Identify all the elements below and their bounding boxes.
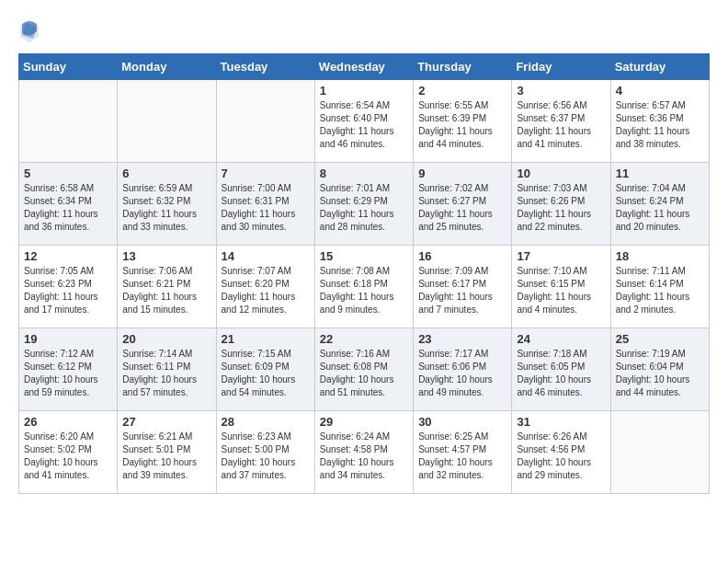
calendar-cell: 23Sunrise: 7:17 AM Sunset: 6:06 PM Dayli… [414, 328, 512, 411]
calendar-cell [610, 411, 709, 494]
calendar-cell [19, 80, 118, 163]
calendar-cell: 18Sunrise: 7:11 AM Sunset: 6:14 PM Dayli… [610, 246, 709, 328]
calendar-week-row: 5Sunrise: 6:58 AM Sunset: 6:34 PM Daylig… [19, 163, 710, 246]
day-number: 14 [222, 249, 310, 263]
logo [18, 18, 44, 44]
calendar-cell: 13Sunrise: 7:06 AM Sunset: 6:21 PM Dayli… [118, 246, 216, 328]
calendar-cell: 19Sunrise: 7:12 AM Sunset: 6:12 PM Dayli… [19, 328, 118, 411]
day-number: 27 [122, 415, 210, 429]
day-number: 11 [616, 167, 704, 180]
day-info: Sunrise: 7:06 AM Sunset: 6:21 PM Dayligh… [122, 265, 210, 316]
calendar-cell: 28Sunrise: 6:23 AM Sunset: 5:00 PM Dayli… [216, 411, 314, 494]
calendar-cell: 5Sunrise: 6:58 AM Sunset: 6:34 PM Daylig… [19, 163, 118, 246]
page-header [18, 18, 710, 44]
day-number: 5 [24, 167, 112, 180]
day-info: Sunrise: 7:19 AM Sunset: 6:04 PM Dayligh… [616, 348, 704, 399]
day-number: 10 [517, 167, 605, 180]
day-number: 7 [222, 167, 310, 180]
day-number: 15 [320, 249, 408, 263]
day-number: 29 [320, 415, 408, 429]
calendar-cell [118, 80, 216, 163]
day-number: 28 [222, 415, 310, 429]
day-info: Sunrise: 7:02 AM Sunset: 6:27 PM Dayligh… [418, 182, 506, 234]
day-info: Sunrise: 6:20 AM Sunset: 5:02 PM Dayligh… [24, 431, 112, 482]
day-number: 26 [24, 415, 112, 429]
calendar-cell: 29Sunrise: 6:24 AM Sunset: 4:58 PM Dayli… [314, 411, 413, 494]
calendar-table: SundayMondayTuesdayWednesdayThursdayFrid… [18, 53, 710, 494]
column-header-saturday: Saturday [610, 54, 709, 80]
day-info: Sunrise: 7:17 AM Sunset: 6:06 PM Dayligh… [418, 348, 506, 399]
day-number: 30 [418, 415, 506, 429]
day-info: Sunrise: 7:12 AM Sunset: 6:12 PM Dayligh… [24, 348, 112, 399]
calendar-cell: 22Sunrise: 7:16 AM Sunset: 6:08 PM Dayli… [314, 328, 413, 411]
calendar-cell: 7Sunrise: 7:00 AM Sunset: 6:31 PM Daylig… [216, 163, 314, 246]
calendar-cell: 31Sunrise: 6:26 AM Sunset: 4:56 PM Dayli… [512, 411, 610, 494]
calendar-header-row: SundayMondayTuesdayWednesdayThursdayFrid… [19, 54, 710, 80]
calendar-cell: 24Sunrise: 7:18 AM Sunset: 6:05 PM Dayli… [512, 328, 610, 411]
calendar-cell: 17Sunrise: 7:10 AM Sunset: 6:15 PM Dayli… [512, 246, 610, 328]
day-info: Sunrise: 6:58 AM Sunset: 6:34 PM Dayligh… [24, 182, 112, 234]
calendar-cell: 9Sunrise: 7:02 AM Sunset: 6:27 PM Daylig… [414, 163, 512, 246]
day-number: 3 [517, 84, 605, 98]
calendar-cell: 20Sunrise: 7:14 AM Sunset: 6:11 PM Dayli… [118, 328, 216, 411]
calendar-cell: 8Sunrise: 7:01 AM Sunset: 6:29 PM Daylig… [314, 163, 413, 246]
day-number: 8 [320, 167, 408, 180]
day-info: Sunrise: 6:54 AM Sunset: 6:40 PM Dayligh… [320, 99, 408, 151]
day-number: 23 [418, 332, 506, 346]
day-number: 6 [122, 167, 210, 180]
day-number: 18 [616, 249, 704, 263]
day-info: Sunrise: 7:03 AM Sunset: 6:26 PM Dayligh… [517, 182, 605, 234]
day-info: Sunrise: 7:11 AM Sunset: 6:14 PM Dayligh… [616, 265, 704, 316]
calendar-week-row: 12Sunrise: 7:05 AM Sunset: 6:23 PM Dayli… [19, 246, 710, 328]
day-number: 22 [320, 332, 408, 346]
column-header-wednesday: Wednesday [314, 54, 413, 80]
calendar-cell: 1Sunrise: 6:54 AM Sunset: 6:40 PM Daylig… [314, 80, 413, 163]
calendar-cell: 16Sunrise: 7:09 AM Sunset: 6:17 PM Dayli… [414, 246, 512, 328]
day-info: Sunrise: 6:26 AM Sunset: 4:56 PM Dayligh… [517, 431, 605, 482]
column-header-friday: Friday [512, 54, 610, 80]
day-info: Sunrise: 6:24 AM Sunset: 4:58 PM Dayligh… [320, 431, 408, 482]
day-info: Sunrise: 6:25 AM Sunset: 4:57 PM Dayligh… [418, 431, 506, 482]
day-info: Sunrise: 7:10 AM Sunset: 6:15 PM Dayligh… [517, 265, 605, 316]
calendar-cell: 2Sunrise: 6:55 AM Sunset: 6:39 PM Daylig… [414, 80, 512, 163]
calendar-cell: 25Sunrise: 7:19 AM Sunset: 6:04 PM Dayli… [610, 328, 709, 411]
day-number: 24 [517, 332, 605, 346]
day-number: 21 [222, 332, 310, 346]
calendar-cell: 3Sunrise: 6:56 AM Sunset: 6:37 PM Daylig… [512, 80, 610, 163]
calendar-week-row: 19Sunrise: 7:12 AM Sunset: 6:12 PM Dayli… [19, 328, 710, 411]
calendar-cell: 26Sunrise: 6:20 AM Sunset: 5:02 PM Dayli… [19, 411, 118, 494]
day-info: Sunrise: 7:00 AM Sunset: 6:31 PM Dayligh… [222, 182, 310, 234]
calendar-cell: 30Sunrise: 6:25 AM Sunset: 4:57 PM Dayli… [414, 411, 512, 494]
day-number: 17 [517, 249, 605, 263]
day-info: Sunrise: 7:18 AM Sunset: 6:05 PM Dayligh… [517, 348, 605, 399]
calendar-cell: 27Sunrise: 6:21 AM Sunset: 5:01 PM Dayli… [118, 411, 216, 494]
column-header-sunday: Sunday [19, 54, 118, 80]
column-header-monday: Monday [118, 54, 216, 80]
calendar-cell: 4Sunrise: 6:57 AM Sunset: 6:36 PM Daylig… [610, 80, 709, 163]
calendar-cell: 6Sunrise: 6:59 AM Sunset: 6:32 PM Daylig… [118, 163, 216, 246]
logo-icon [18, 18, 40, 44]
day-info: Sunrise: 7:04 AM Sunset: 6:24 PM Dayligh… [616, 182, 704, 234]
day-info: Sunrise: 6:59 AM Sunset: 6:32 PM Dayligh… [122, 182, 210, 234]
calendar-cell: 21Sunrise: 7:15 AM Sunset: 6:09 PM Dayli… [216, 328, 314, 411]
day-number: 19 [24, 332, 112, 346]
calendar-cell [216, 80, 314, 163]
day-number: 16 [418, 249, 506, 263]
day-number: 25 [616, 332, 704, 346]
day-info: Sunrise: 7:08 AM Sunset: 6:18 PM Dayligh… [320, 265, 408, 316]
calendar-cell: 15Sunrise: 7:08 AM Sunset: 6:18 PM Dayli… [314, 246, 413, 328]
day-info: Sunrise: 6:57 AM Sunset: 6:36 PM Dayligh… [616, 99, 704, 151]
calendar-cell: 10Sunrise: 7:03 AM Sunset: 6:26 PM Dayli… [512, 163, 610, 246]
day-info: Sunrise: 6:23 AM Sunset: 5:00 PM Dayligh… [222, 431, 310, 482]
day-number: 12 [24, 249, 112, 263]
calendar-cell: 14Sunrise: 7:07 AM Sunset: 6:20 PM Dayli… [216, 246, 314, 328]
day-number: 4 [616, 84, 704, 98]
day-info: Sunrise: 7:05 AM Sunset: 6:23 PM Dayligh… [24, 265, 112, 316]
calendar-cell: 11Sunrise: 7:04 AM Sunset: 6:24 PM Dayli… [610, 163, 709, 246]
day-number: 2 [418, 84, 506, 98]
day-info: Sunrise: 6:21 AM Sunset: 5:01 PM Dayligh… [122, 431, 210, 482]
day-number: 13 [122, 249, 210, 263]
day-number: 31 [517, 415, 605, 429]
day-number: 20 [122, 332, 210, 346]
calendar-week-row: 26Sunrise: 6:20 AM Sunset: 5:02 PM Dayli… [19, 411, 710, 494]
